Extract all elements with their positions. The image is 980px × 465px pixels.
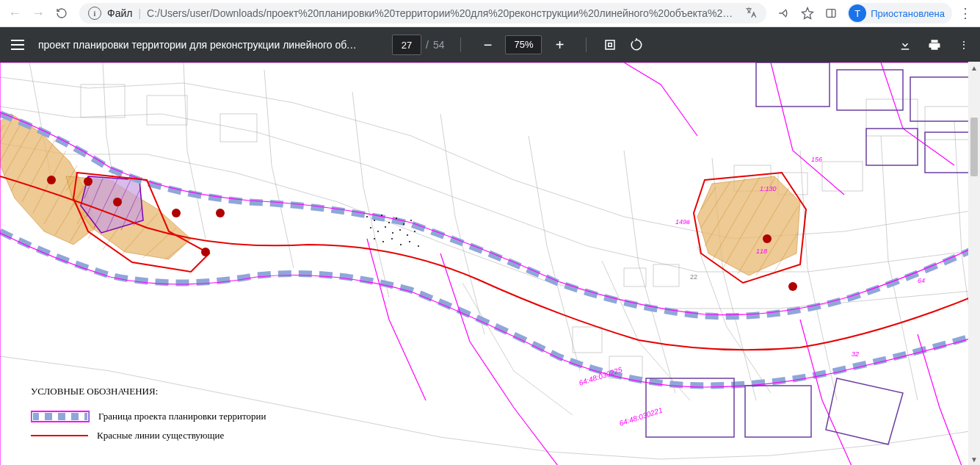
svg-point-34 [409, 241, 410, 242]
lot-label: 1:130 [760, 185, 777, 192]
svg-point-43 [47, 176, 56, 184]
address-bar[interactable]: i Файл | C:/Users/user/Downloads/проект%… [79, 3, 766, 24]
scroll-thumb[interactable] [970, 118, 978, 176]
svg-rect-0 [827, 10, 835, 18]
svg-rect-12 [925, 107, 969, 140]
svg-rect-5 [653, 264, 679, 286]
svg-point-31 [382, 241, 384, 242]
lot-label: 32 [852, 350, 859, 358]
svg-point-24 [377, 231, 379, 232]
zoom-out-button[interactable]: − [477, 35, 498, 55]
legend-label-red-lines: Красные линии существующие [97, 430, 224, 441]
share-icon[interactable] [774, 3, 794, 24]
profile-chip[interactable]: Т Приостановлена [847, 3, 952, 24]
svg-point-50 [788, 282, 797, 291]
pdf-toolbar: проект планировки территории для реконст… [0, 27, 980, 62]
lot-label: 118 [756, 248, 767, 255]
info-icon: i [88, 7, 101, 20]
svg-rect-14 [147, 95, 187, 125]
pdf-menu-icon[interactable] [9, 36, 26, 54]
svg-rect-2 [606, 40, 614, 49]
legend-label-boundary: Граница проекта планировки территории [98, 411, 266, 422]
svg-point-22 [410, 220, 412, 221]
lot-label: 156 [811, 156, 822, 163]
svg-rect-38 [910, 77, 969, 121]
svg-point-21 [403, 223, 404, 225]
url-separator: | [138, 7, 141, 19]
svg-point-16 [366, 216, 368, 217]
svg-rect-36 [756, 62, 830, 107]
legend-row-red-lines: Красные линии существующие [31, 430, 266, 441]
zoom-in-button[interactable]: + [549, 35, 570, 55]
svg-rect-37 [837, 70, 903, 110]
legend-swatch-boundary [31, 411, 90, 422]
lot-label: 149в [675, 218, 690, 226]
fit-page-icon[interactable] [603, 37, 617, 52]
svg-point-27 [399, 229, 401, 231]
cadastral-label-2: 64:48:030221 [618, 406, 664, 428]
lot-label: 64 [918, 277, 925, 284]
scroll-down-icon[interactable]: ▼ [968, 453, 980, 465]
download-icon[interactable] [898, 37, 912, 52]
vertical-scrollbar[interactable]: ▲ ▼ [968, 62, 980, 465]
svg-point-28 [407, 234, 408, 236]
svg-rect-4 [624, 268, 646, 286]
svg-point-32 [391, 238, 393, 239]
svg-rect-42 [745, 386, 811, 437]
svg-rect-6 [573, 327, 602, 353]
svg-rect-13 [81, 84, 125, 118]
browser-menu-icon[interactable]: ⋮ [955, 3, 976, 24]
legend-title: УСЛОВНЫЕ ОБОЗНАЧЕНИЯ: [31, 386, 266, 397]
bookmark-icon[interactable] [797, 3, 818, 24]
rotate-icon[interactable] [629, 37, 644, 52]
map-legend: УСЛОВНЫЕ ОБОЗНАЧЕНИЯ: Граница проекта пл… [31, 386, 266, 449]
back-button[interactable]: ← [4, 3, 25, 24]
browser-nav-bar: ← → i Файл | C:/Users/user/Downloads/про… [0, 0, 980, 27]
avatar: Т [849, 4, 866, 22]
svg-point-35 [418, 245, 419, 247]
toolbar-divider [586, 37, 587, 52]
translate-icon[interactable] [744, 6, 758, 21]
page-indicator: / 54 [392, 35, 444, 55]
lot-label: 22 [690, 273, 697, 281]
page-input[interactable] [392, 35, 421, 55]
profile-status-label: Приостановлена [871, 8, 945, 19]
svg-point-25 [385, 226, 386, 228]
svg-point-48 [201, 248, 210, 256]
page-total: 54 [433, 39, 445, 51]
pdf-more-icon[interactable]: ⋮ [957, 37, 971, 52]
svg-point-45 [113, 198, 122, 206]
reload-button[interactable] [51, 3, 72, 24]
zoom-level: 75% [505, 35, 542, 54]
toolbar-divider [460, 37, 461, 52]
url-scheme-label: Файл [107, 7, 132, 19]
svg-point-46 [172, 209, 181, 217]
svg-point-17 [374, 220, 375, 221]
svg-point-18 [381, 215, 382, 216]
page-separator: / [426, 39, 429, 51]
svg-rect-10 [822, 162, 863, 191]
svg-point-44 [84, 177, 92, 186]
svg-rect-15 [220, 114, 257, 142]
svg-point-49 [763, 234, 772, 243]
document-title: проект планировки территории для реконст… [38, 39, 361, 51]
svg-point-33 [400, 244, 402, 245]
legend-row-boundary: Граница проекта планировки территории [31, 411, 266, 422]
print-icon[interactable] [927, 37, 942, 52]
scroll-up-icon[interactable]: ▲ [968, 62, 980, 73]
legend-swatch-red [31, 430, 88, 441]
svg-point-19 [388, 222, 390, 223]
pdf-page-content[interactable]: 64:48:030225 64:48:030221 156 149в 118 2… [0, 62, 980, 465]
zoom-controls: − 75% + [477, 35, 570, 55]
svg-point-29 [414, 231, 415, 232]
svg-point-20 [396, 217, 397, 219]
side-panel-icon[interactable] [821, 3, 841, 24]
svg-rect-3 [609, 43, 612, 47]
url-text: C:/Users/user/Downloads/проект%20планиро… [147, 7, 738, 19]
forward-button[interactable]: → [28, 3, 48, 24]
svg-point-23 [370, 227, 371, 228]
svg-point-26 [392, 232, 393, 234]
svg-point-30 [374, 238, 375, 239]
svg-point-47 [216, 209, 225, 217]
